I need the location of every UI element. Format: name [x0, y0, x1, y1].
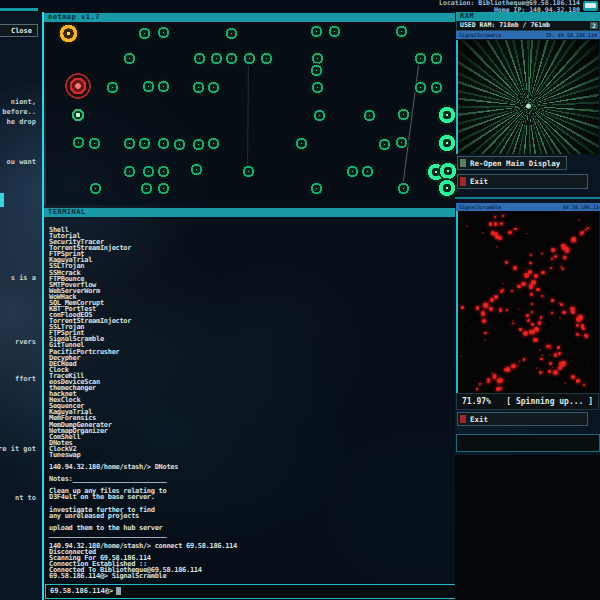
netmap-node-normal[interactable]: [309, 181, 324, 196]
netmap-node-normal[interactable]: [122, 164, 137, 179]
ram-usage-text: USED RAM: 718mb / 761mb: [460, 21, 550, 29]
netmap-node-normal[interactable]: [360, 164, 375, 179]
scanner-particle: [531, 323, 534, 326]
scanner-particle: [466, 219, 467, 220]
netmap-node-normal[interactable]: [156, 79, 171, 94]
main-display-canvas: [456, 40, 599, 154]
netmap-node-normal[interactable]: [327, 24, 342, 39]
netmap-node-star[interactable]: [71, 108, 85, 122]
netmap-node-normal[interactable]: [241, 164, 256, 179]
netmap-node-normal[interactable]: [156, 181, 171, 196]
netmap-node-selected[interactable]: [64, 72, 92, 100]
exit-label: Exit: [470, 415, 488, 424]
netmap-node-normal[interactable]: [105, 80, 120, 95]
scanner-particle: [576, 333, 579, 336]
scanner-particle: [469, 274, 470, 275]
side-tab[interactable]: [0, 193, 4, 207]
scanner-particle: [539, 349, 541, 351]
display-exit-button[interactable]: Exit: [457, 174, 588, 189]
scanner-particle: [502, 283, 504, 285]
scanner-header-name: SignalScramble: [459, 203, 501, 211]
scanner-particle: [576, 324, 579, 327]
email-text-fragment: nt to: [15, 494, 36, 502]
ram-program-name: SignalScramble: [459, 31, 501, 39]
netmap-node-normal[interactable]: [87, 136, 102, 151]
ram-program-row[interactable]: SignalScrambleIP: 69.58.186.114: [456, 31, 600, 39]
netmap-node-normal[interactable]: [224, 51, 239, 66]
scanner-empty-bar: [456, 434, 600, 452]
netmap-node-normal[interactable]: [122, 136, 137, 151]
netmap-node-normal[interactable]: [429, 80, 444, 95]
netmap-node-normal[interactable]: [345, 164, 360, 179]
reopen-main-display-button[interactable]: Re-Open Main Display: [457, 156, 567, 170]
netmap-node-normal[interactable]: [309, 63, 324, 78]
netmap-node-normal[interactable]: [141, 79, 156, 94]
netmap-node-normal[interactable]: [413, 80, 428, 95]
scanner-canvas: [456, 211, 599, 393]
netmap-node-normal[interactable]: [312, 108, 327, 123]
scanner-particle: [528, 270, 532, 274]
netmap-node-normal[interactable]: [206, 80, 221, 95]
netmap-node-home[interactable]: [58, 23, 79, 44]
scanner-particle: [482, 319, 486, 323]
scanner-exit-button[interactable]: Exit: [457, 412, 588, 426]
terminal-prompt: 69.58.186.114@>: [50, 587, 113, 595]
scanner-particle: [571, 375, 576, 380]
netmap-node-normal[interactable]: [413, 51, 428, 66]
close-button[interactable]: Close: [0, 24, 38, 37]
netmap-node-normal[interactable]: [294, 136, 309, 151]
netmap-node-normal[interactable]: [156, 136, 171, 151]
scanner-particle: [571, 310, 575, 314]
scanner-particle: [521, 282, 526, 287]
scanner-particle: [559, 317, 561, 319]
netmap-node-normal[interactable]: [394, 24, 409, 39]
netmap-node-normal[interactable]: [206, 136, 221, 151]
netmap-node-normal[interactable]: [137, 136, 152, 151]
netmap-node-normal[interactable]: [71, 135, 86, 150]
netmap-node-normal[interactable]: [396, 107, 411, 122]
netmap-node-bright[interactable]: [437, 133, 457, 153]
netmap-node-normal[interactable]: [156, 25, 171, 40]
netmap-node-normal[interactable]: [429, 51, 444, 66]
netmap-title: netmap v1.7: [44, 13, 455, 22]
scanner-particle: [526, 233, 527, 234]
netmap-node-bright[interactable]: [437, 105, 457, 125]
netmap-node-normal[interactable]: [396, 181, 411, 196]
terminal-window: TERMINAL ShellTutorialSecurityTracerTorr…: [42, 205, 455, 600]
netmap-node-normal[interactable]: [141, 164, 156, 179]
netmap-node-normal[interactable]: [224, 26, 239, 41]
scanner-particle: [513, 266, 517, 270]
netmap-node-normal[interactable]: [122, 51, 137, 66]
netmap-node-normal[interactable]: [137, 26, 152, 41]
scanner-particle: [539, 371, 542, 374]
netmap-node-normal[interactable]: [189, 162, 204, 177]
scanner-particle: [548, 370, 551, 373]
terminal-title: TERMINAL: [44, 208, 455, 217]
netmap-node-normal[interactable]: [209, 51, 224, 66]
netmap-node-normal[interactable]: [309, 24, 324, 39]
netmap-node-normal[interactable]: [362, 108, 377, 123]
scanner-particle: [529, 262, 532, 265]
netmap-node-normal[interactable]: [377, 137, 392, 152]
netmap-node-normal[interactable]: [139, 181, 154, 196]
netmap-node-normal[interactable]: [310, 80, 325, 95]
terminal-input[interactable]: 69.58.186.114@>: [45, 584, 457, 599]
ram-title: RAM: [456, 12, 600, 21]
terminal-line: 69.58.186.114@> SignalScramble: [49, 573, 449, 579]
scanner-particle: [527, 319, 530, 322]
netmap-node-normal[interactable]: [172, 137, 187, 152]
scanner-particle: [486, 325, 487, 326]
netmap-node-normal[interactable]: [191, 80, 206, 95]
scanner-particle: [461, 306, 464, 309]
netmap-node-normal[interactable]: [394, 135, 409, 150]
scanner-particle: [482, 232, 484, 234]
chat-icon[interactable]: [583, 1, 598, 11]
netmap-node-normal[interactable]: [242, 51, 257, 66]
scanner-particle: [549, 345, 551, 347]
netmap-node-normal[interactable]: [191, 137, 206, 152]
netmap-node-normal[interactable]: [88, 181, 103, 196]
netmap-node-normal[interactable]: [192, 51, 207, 66]
netmap-node-normal[interactable]: [156, 164, 171, 179]
netmap-node-normal[interactable]: [259, 51, 274, 66]
netmap-node-bright[interactable]: [437, 178, 457, 198]
